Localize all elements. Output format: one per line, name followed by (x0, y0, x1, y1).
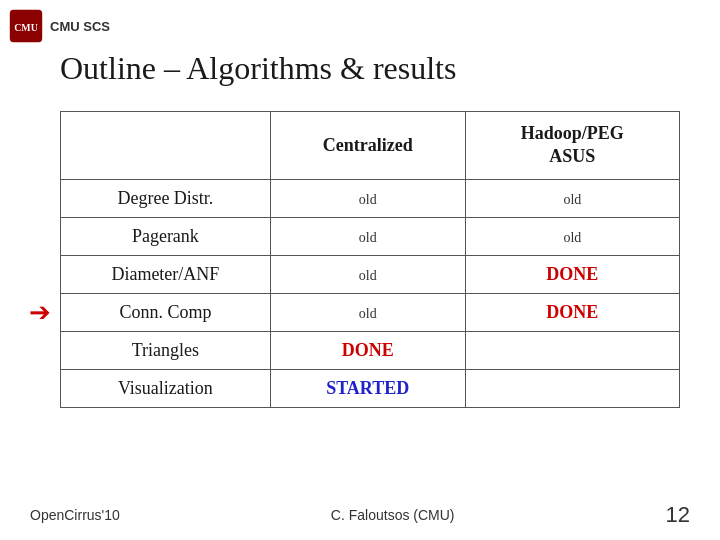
cell-degree-centralized: old (270, 179, 465, 217)
cell-diameter-hadoop: DONE (465, 255, 679, 293)
header: CMU CMU SCS (8, 8, 110, 44)
main-content: Outline – Algorithms & results Centraliz… (60, 50, 680, 408)
cell-pagerank-hadoop: old (465, 217, 679, 255)
cell-viz-hadoop (465, 369, 679, 407)
cell-conn-hadoop: DONE (465, 293, 679, 331)
header-title: CMU SCS (50, 19, 110, 34)
footer: OpenCirrus'10 C. Faloutsos (CMU) 12 (0, 502, 720, 528)
row-label-triangles: Triangles (61, 331, 271, 369)
cmu-logo-icon: CMU (8, 8, 44, 44)
col-header-hadoop: Hadoop/PEGASUS (465, 112, 679, 180)
results-table: Centralized Hadoop/PEGASUS Degree Distr.… (60, 111, 680, 408)
cell-degree-hadoop: old (465, 179, 679, 217)
table-row: Triangles DONE (61, 331, 680, 369)
row-label-diameter: Diameter/ANF (61, 255, 271, 293)
table-row: Visualization STARTED (61, 369, 680, 407)
footer-page-number: 12 (666, 502, 690, 528)
row-label-degree: Degree Distr. (61, 179, 271, 217)
table-row: Pagerank old old (61, 217, 680, 255)
col-header-centralized: Centralized (270, 112, 465, 180)
footer-left: OpenCirrus'10 (30, 507, 120, 523)
col-header-label (61, 112, 271, 180)
arrow-icon: ➔ (29, 297, 51, 328)
table-row: Degree Distr. old old (61, 179, 680, 217)
row-label-visualization: Visualization (61, 369, 271, 407)
cell-diameter-centralized: old (270, 255, 465, 293)
cell-triangles-hadoop (465, 331, 679, 369)
svg-text:CMU: CMU (14, 22, 38, 33)
row-label-conn-comp: ➔ Conn. Comp (61, 293, 271, 331)
cell-triangles-centralized: DONE (270, 331, 465, 369)
cell-viz-centralized: STARTED (270, 369, 465, 407)
row-label-pagerank: Pagerank (61, 217, 271, 255)
footer-center: C. Faloutsos (CMU) (331, 507, 455, 523)
cell-pagerank-centralized: old (270, 217, 465, 255)
cell-conn-centralized: old (270, 293, 465, 331)
table-row-conn-comp: ➔ Conn. Comp old DONE (61, 293, 680, 331)
table-row: Diameter/ANF old DONE (61, 255, 680, 293)
page-title: Outline – Algorithms & results (60, 50, 680, 87)
